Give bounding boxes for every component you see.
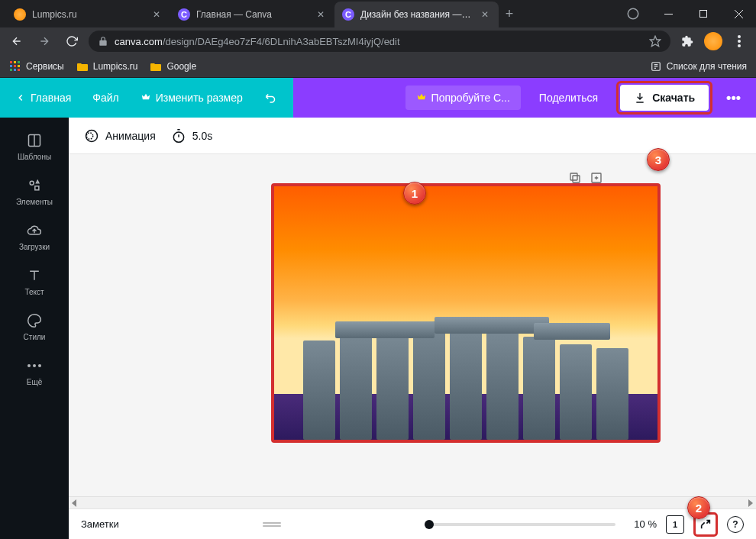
try-pro-button[interactable]: Попробуйте С...	[405, 86, 521, 110]
new-tab-button[interactable]: +	[499, 0, 520, 27]
pages-button[interactable]: 1	[666, 515, 684, 534]
forward-button[interactable]	[34, 31, 55, 52]
bookmark-star-icon[interactable]	[649, 35, 661, 47]
animation-icon	[84, 128, 99, 144]
tab-title: Lumpics.ru	[32, 9, 144, 20]
sidebar-label: Текст	[24, 288, 44, 296]
svg-point-22	[30, 181, 34, 185]
sidebar-item-more[interactable]: Ещё	[0, 349, 69, 394]
tab-close-icon[interactable]: ✕	[150, 8, 163, 21]
back-button[interactable]	[6, 31, 27, 52]
svg-rect-7	[10, 61, 12, 63]
browser-menu-button[interactable]	[729, 31, 750, 52]
svg-point-27	[86, 130, 98, 141]
svg-rect-31	[570, 173, 577, 180]
zoom-value[interactable]: 10 %	[625, 518, 657, 530]
window-controls	[615, 0, 756, 27]
stones-illustration	[274, 300, 657, 440]
sidebar-item-text[interactable]: Текст	[0, 259, 69, 304]
svg-point-24	[27, 364, 31, 367]
notes-button[interactable]: Заметки	[81, 518, 119, 530]
extensions-icon[interactable]	[677, 31, 698, 52]
share-button[interactable]: Поделиться	[528, 86, 609, 110]
minimize-button[interactable]	[651, 0, 686, 27]
browser-titlebar: Lumpics.ru ✕ C Главная — Canva ✕ C Дизай…	[0, 0, 756, 27]
canvas-viewport[interactable]	[69, 154, 756, 496]
bookmark-services[interactable]: Сервисы	[9, 60, 64, 73]
maximize-button[interactable]	[686, 0, 721, 27]
page-count: 1	[673, 520, 677, 529]
browser-tab-active[interactable]: C Дизайн без названия — 5100 ✕	[334, 2, 499, 27]
reading-list-button[interactable]: Список для чтения	[650, 60, 747, 73]
folder-icon	[150, 60, 162, 73]
zoom-slider[interactable]	[425, 523, 615, 526]
svg-point-28	[86, 132, 92, 138]
undo-button[interactable]	[255, 85, 287, 111]
tab-close-icon[interactable]: ✕	[315, 8, 327, 21]
templates-icon	[25, 131, 44, 150]
fullscreen-icon	[699, 518, 712, 531]
chevron-left-icon	[15, 92, 26, 103]
svg-rect-34	[263, 525, 281, 527]
download-icon	[634, 92, 646, 104]
browser-tab[interactable]: C Главная — Canva ✕	[170, 2, 334, 27]
design-canvas[interactable]	[271, 183, 661, 443]
tab-title: Главная — Canva	[196, 9, 309, 20]
tab-close-icon[interactable]: ✕	[479, 8, 491, 21]
help-button[interactable]: ?	[727, 516, 744, 533]
svg-point-26	[38, 364, 41, 367]
sidebar-item-styles[interactable]: Стили	[0, 304, 69, 349]
stopwatch-icon	[171, 128, 186, 144]
canva-body: Шаблоны Элементы Загрузки Текст Стили Ещ…	[0, 118, 756, 539]
bookmark-lumpics[interactable]: Lumpics.ru	[76, 60, 138, 73]
url-text: canva.com/design/DAEg4eo7zF4/6DLnihA3abE…	[115, 36, 400, 47]
file-button[interactable]: Файл	[83, 86, 128, 110]
svg-rect-15	[18, 69, 20, 71]
duration-button[interactable]: 5.0s	[171, 128, 212, 144]
tab-title: Дизайн без названия — 5100	[360, 9, 473, 20]
sidebar-item-templates[interactable]: Шаблоны	[0, 124, 69, 169]
svg-rect-14	[14, 69, 16, 71]
more-button[interactable]: •••	[720, 84, 747, 112]
step-badge-1: 1	[403, 182, 426, 205]
text-icon	[25, 266, 44, 285]
crown-icon	[416, 92, 427, 103]
folder-icon	[76, 60, 89, 73]
list-icon	[650, 60, 662, 73]
browser-tab[interactable]: Lumpics.ru ✕	[6, 2, 170, 27]
bookmark-google[interactable]: Google	[150, 60, 196, 73]
reload-button[interactable]	[61, 31, 82, 52]
more-icon	[25, 357, 44, 375]
sidebar-label: Стили	[24, 333, 46, 341]
download-button[interactable]: Скачать	[620, 85, 709, 111]
home-button[interactable]: Главная	[6, 86, 80, 110]
sidebar-item-elements[interactable]: Элементы	[0, 169, 69, 214]
address-bar[interactable]: canva.com/design/DAEg4eo7zF4/6DLnihA3abE…	[89, 31, 670, 52]
svg-rect-10	[10, 65, 12, 67]
side-panel: Шаблоны Элементы Загрузки Текст Стили Ещ…	[0, 118, 69, 539]
svg-rect-1	[664, 14, 673, 15]
step-badge-2: 2	[687, 496, 710, 519]
cloud-upload-icon	[25, 221, 44, 240]
svg-rect-12	[18, 65, 20, 67]
canva-header-right: Попробуйте С... Поделиться Скачать •••	[293, 78, 756, 118]
download-highlight: Скачать	[616, 81, 712, 115]
animation-button[interactable]: Анимация	[84, 128, 156, 144]
resize-label: Изменить размер	[156, 92, 243, 104]
share-label: Поделиться	[539, 92, 598, 104]
profile-avatar[interactable]	[704, 32, 722, 50]
sidebar-item-uploads[interactable]: Загрузки	[0, 214, 69, 259]
sidebar-label: Шаблоны	[18, 153, 51, 161]
tab-favicon-icon: C	[178, 8, 190, 21]
svg-rect-11	[14, 65, 16, 67]
drag-handle-icon[interactable]	[128, 522, 415, 527]
svg-rect-33	[263, 522, 281, 524]
horizontal-scrollbar[interactable]	[69, 496, 756, 508]
tab-favicon-icon	[14, 8, 26, 21]
svg-rect-30	[573, 176, 580, 182]
incognito-icon	[615, 0, 651, 27]
tab-favicon-icon: C	[342, 8, 354, 21]
browser-tabs: Lumpics.ru ✕ C Главная — Canva ✕ C Дизай…	[0, 0, 520, 27]
close-button[interactable]	[721, 0, 756, 27]
resize-button[interactable]: Изменить размер	[131, 86, 252, 110]
